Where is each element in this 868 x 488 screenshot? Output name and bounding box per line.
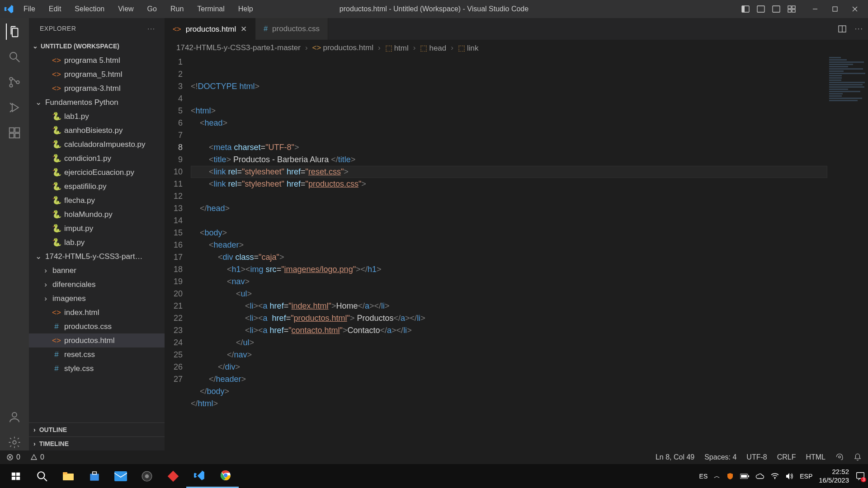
start-button[interactable] <box>3 464 29 488</box>
menu-edit[interactable]: Edit <box>43 3 67 15</box>
file-row[interactable]: 🐍espatifilio.py <box>29 179 165 193</box>
taskbar-vscode-icon[interactable] <box>186 464 212 488</box>
code-line[interactable]: <li><a href="contacto.html">Contacto</a>… <box>191 324 868 337</box>
taskbar-chrome-icon[interactable] <box>212 464 239 488</box>
code-line[interactable]: </html> <box>191 398 868 410</box>
tab-productos-css[interactable]: #productos.css <box>255 18 328 40</box>
notifications-icon[interactable]: 3 <box>855 471 865 481</box>
menu-help[interactable]: Help <box>233 3 259 15</box>
status-errors[interactable]: 0 <box>6 453 20 461</box>
folder-row[interactable]: ›diferenciales <box>29 277 165 291</box>
activity-explorer-icon[interactable] <box>6 23 22 40</box>
file-row[interactable]: <>productos.html <box>29 333 165 347</box>
code-line[interactable]: <h1><img src="imagenes/logo.png"></h1> <box>191 263 868 276</box>
breadcrumbs[interactable]: 1742-HTML5-y-CSS3-parte1-master›<>produc… <box>165 40 868 56</box>
status-language[interactable]: HTML <box>806 453 826 461</box>
code-line[interactable]: </header> <box>191 373 868 385</box>
code-line[interactable] <box>191 93 868 105</box>
code-line[interactable]: <nav> <box>191 276 868 288</box>
tab-productos-html[interactable]: <>productos.html✕ <box>165 18 255 40</box>
file-row[interactable]: 🐍lab.py <box>29 235 165 249</box>
code-line[interactable]: <li><a href="productos.html"> Productos<… <box>191 312 868 324</box>
taskbar-ime[interactable]: ES <box>699 473 708 480</box>
taskbar-mail-icon[interactable] <box>108 464 134 488</box>
tray-chevron-icon[interactable]: ︿ <box>714 472 720 480</box>
code-line[interactable]: </div> <box>191 361 868 373</box>
folder-row[interactable]: ⌄Fundamentos Python <box>29 95 165 109</box>
breadcrumb-segment[interactable]: ⬚head <box>420 43 446 53</box>
file-row[interactable]: 🐍holaMundo.py <box>29 207 165 221</box>
folder-row[interactable]: ⌄1742-HTML5-y-CSS3-part… <box>29 249 165 263</box>
taskbar-explorer-icon[interactable] <box>55 464 81 488</box>
tray-volume-icon[interactable] <box>785 473 793 480</box>
activity-extensions-icon[interactable] <box>6 125 23 141</box>
taskbar-app-red-icon[interactable] <box>160 464 186 488</box>
menu-view[interactable]: View <box>113 3 139 15</box>
tray-battery-icon[interactable] <box>740 474 749 479</box>
more-icon[interactable]: ··· <box>855 25 863 33</box>
taskbar-clock[interactable]: 22:5216/5/2023 <box>819 468 849 485</box>
breadcrumb-segment[interactable]: <>productos.html <box>312 43 373 52</box>
code-line[interactable]: </nav> <box>191 349 868 361</box>
activity-account-icon[interactable] <box>6 409 23 425</box>
panel-left-icon[interactable] <box>741 4 750 14</box>
minimap[interactable] <box>827 56 868 450</box>
menu-run[interactable]: Run <box>165 3 189 15</box>
code-line[interactable]: <ul> <box>191 288 868 300</box>
code-line[interactable]: <link rel="stylesheet" href="productos.c… <box>191 178 868 190</box>
status-cursor[interactable]: Ln 8, Col 49 <box>656 453 694 461</box>
more-icon[interactable]: ··· <box>147 25 156 32</box>
tray-wifi-icon[interactable] <box>771 473 779 479</box>
taskbar-search-icon[interactable] <box>29 464 55 488</box>
minimize-button[interactable] <box>810 4 820 14</box>
code-line[interactable]: <meta charset="UTF-8"> <box>191 141 868 154</box>
file-row[interactable]: 🐍imput.py <box>29 221 165 235</box>
file-row[interactable]: #productos.css <box>29 319 165 333</box>
code-line[interactable]: <!DOCTYPE html> <box>191 80 868 93</box>
maximize-button[interactable] <box>830 4 840 14</box>
file-row[interactable]: <>programa 5.html <box>29 53 165 67</box>
code-line[interactable] <box>191 129 868 141</box>
code-line[interactable]: <link rel="stylesheet" href="reset.css"> <box>191 166 827 178</box>
menu-selection[interactable]: Selection <box>69 3 110 15</box>
menu-go[interactable]: Go <box>142 3 162 15</box>
code-line[interactable]: <body> <box>191 227 868 239</box>
menu-file[interactable]: File <box>18 3 41 15</box>
file-row[interactable]: 🐍condicion1.py <box>29 151 165 165</box>
file-row[interactable]: 🐍calculadoraImpuesto.py <box>29 137 165 151</box>
file-row[interactable]: <>programa-3.html <box>29 81 165 95</box>
code-line[interactable]: <head> <box>191 117 868 129</box>
taskbar-store-icon[interactable] <box>81 464 108 488</box>
code-line[interactable]: <li><a href="index.html">Home</a></li> <box>191 300 868 312</box>
folder-row[interactable]: ›banner <box>29 263 165 277</box>
tray-security-icon[interactable] <box>726 473 734 480</box>
panel-right-icon[interactable] <box>771 4 781 14</box>
file-row[interactable]: #style.css <box>29 361 165 375</box>
timeline-section[interactable]: ›TIMELINE <box>29 436 165 450</box>
file-row[interactable]: 🐍flecha.py <box>29 193 165 207</box>
breadcrumb-segment[interactable]: ⬚html <box>385 43 409 53</box>
layout-grid-icon[interactable] <box>787 4 797 14</box>
activity-search-icon[interactable] <box>6 49 23 65</box>
status-eol[interactable]: CRLF <box>777 453 796 461</box>
code-line[interactable]: </ul> <box>191 337 868 349</box>
code-content[interactable]: <!DOCTYPE html> <html> <head> <meta char… <box>191 56 868 450</box>
code-editor[interactable]: 1234567891011121314151617181920212223242… <box>165 56 868 450</box>
status-bell-icon[interactable] <box>854 453 862 461</box>
code-line[interactable]: </body> <box>191 385 868 398</box>
file-row[interactable]: #reset.css <box>29 347 165 361</box>
folder-row[interactable]: ›imagenes <box>29 291 165 305</box>
code-line[interactable]: </head> <box>191 202 868 215</box>
panel-bottom-icon[interactable] <box>756 4 766 14</box>
outline-section[interactable]: ›OUTLINE <box>29 422 165 436</box>
close-button[interactable] <box>850 4 860 14</box>
taskbar-kb-layout[interactable]: ESP <box>800 473 812 480</box>
breadcrumb-segment[interactable]: ⬚link <box>458 43 479 53</box>
file-row[interactable]: 🐍lab1.py <box>29 109 165 123</box>
code-line[interactable]: <div class="caja"> <box>191 251 868 263</box>
status-warnings[interactable]: 0 <box>30 453 44 461</box>
split-editor-icon[interactable] <box>838 24 847 33</box>
status-spaces[interactable]: Spaces: 4 <box>704 453 736 461</box>
taskbar-chrome-gray-icon[interactable] <box>134 464 160 488</box>
code-line[interactable] <box>191 190 868 202</box>
